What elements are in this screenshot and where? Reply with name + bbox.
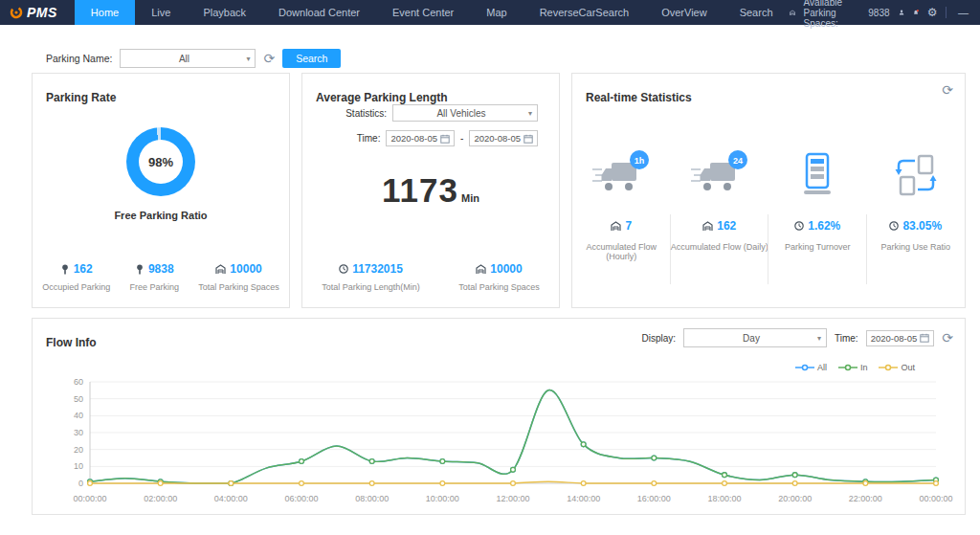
alarm-icon[interactable] [913, 7, 919, 18]
date-separator: - [460, 133, 463, 144]
parking-name-select[interactable]: All ▾ [120, 49, 256, 68]
rt-value-text: 162 [717, 219, 736, 233]
clock-icon [794, 221, 804, 231]
gear-icon[interactable]: ⚙ [927, 7, 938, 18]
svg-text:30: 30 [74, 428, 83, 437]
free-parking-ratio-label: Free Parking Ratio [33, 210, 289, 221]
stat-label-text: Free Parking [129, 282, 179, 292]
user-icon[interactable] [899, 7, 904, 18]
nav-item-event-center[interactable]: Event Center [376, 0, 470, 25]
parking-rate-donut: 98% [126, 127, 195, 196]
stat-label-text: Total Parking Length(Min) [322, 282, 420, 292]
svg-text:16:00:00: 16:00:00 [637, 494, 671, 503]
date-from-value: 2020-08-05 [390, 133, 437, 144]
statistics-value: All Vehicles [401, 108, 522, 119]
svg-text:20:00:00: 20:00:00 [778, 494, 812, 503]
cycle-arrows-icon [893, 152, 939, 198]
legend-item-all[interactable]: All [795, 363, 827, 372]
nav-item-overview[interactable]: OverView [645, 0, 723, 25]
flow-refresh-icon[interactable]: ⟳ [942, 331, 953, 345]
meter-icon [60, 264, 70, 275]
avg-parking-stats: 11732015 Total Parking Length(Min) 10000… [302, 262, 559, 292]
stat-value-text: 10000 [490, 262, 522, 276]
date-from-input[interactable]: 2020-08-05 [386, 130, 455, 146]
main-nav: Home Live Playback Download Center Event… [75, 0, 790, 25]
nav-item-reverse-car-search[interactable]: ReverseCarSearch [523, 0, 646, 25]
top-navigation-bar: PMS Home Live Playback Download Center E… [0, 0, 980, 25]
display-value: Day [692, 333, 811, 344]
flow-time-label: Time: [835, 333, 858, 344]
svg-text:24: 24 [733, 156, 743, 166]
parking-rate-stats: 162 Occupied Parking 9838 Free Parking 1… [33, 262, 289, 292]
svg-text:40: 40 [74, 411, 83, 420]
stat-value-text: 162 [74, 262, 93, 276]
parking-name-value: All [128, 54, 239, 64]
calendar-icon [920, 333, 929, 343]
legend-marker-all-icon [795, 364, 814, 371]
garage-icon [790, 8, 795, 18]
stat-label-text: Occupied Parking [42, 282, 110, 292]
rt-label-text: Parking Use Ratio [867, 242, 966, 252]
search-button[interactable]: Search [282, 49, 341, 68]
rt-value-text: 7 [625, 219, 632, 233]
rt-value-text: 1.62% [808, 219, 840, 233]
svg-text:1h: 1h [635, 156, 645, 166]
garage-icon [702, 221, 713, 232]
average-parking-length-panel: Average Parking Length Statistics: All V… [301, 73, 560, 308]
nav-item-home[interactable]: Home [75, 0, 135, 25]
svg-text:22:00:00: 22:00:00 [849, 494, 882, 503]
parking-rate-percent: 98% [139, 140, 183, 184]
realtime-title: Real-time Statistics [586, 91, 692, 104]
legend-item-in[interactable]: In [838, 363, 868, 372]
statistics-select[interactable]: All Vehicles ▾ [392, 104, 538, 122]
display-select[interactable]: Day ▾ [683, 328, 827, 347]
flow-date-input[interactable]: 2020-08-05 [866, 330, 935, 346]
stat-total-spaces: 10000 Total Parking Spaces [198, 262, 279, 292]
pms-logo-icon [10, 6, 23, 19]
legend-label: All [817, 363, 827, 372]
filter-refresh-icon[interactable]: ⟳ [263, 52, 275, 65]
big-number-unit: Min [461, 192, 479, 204]
garage-icon [476, 264, 486, 275]
realtime-col-turnover: 1.62% Parking Turnover [768, 112, 867, 298]
svg-text:14:00:00: 14:00:00 [567, 494, 600, 503]
clock-icon [339, 264, 348, 274]
realtime-col-use-ratio: 83.05% Parking Use Ratio [867, 112, 966, 298]
chevron-down-icon: ▾ [817, 334, 821, 343]
stat-free-parking: 9838 Free Parking [129, 262, 179, 292]
meter-icon [135, 264, 145, 275]
stat-label-text: Total Parking Spaces [458, 282, 540, 292]
rt-label-text: Accumulated Flow (Hourly) [572, 242, 671, 261]
stat-total-length: 11732015 Total Parking Length(Min) [322, 262, 420, 292]
available-spaces-label: Available Parking Spaces: [804, 0, 860, 29]
minimize-button[interactable]: — [955, 7, 971, 18]
realtime-refresh-icon[interactable]: ⟳ [942, 83, 953, 97]
flow-info-panel: Flow Info Display: Day ▾ Time: 2020-08-0… [32, 318, 966, 515]
truck-daily-icon: 24 [689, 148, 750, 198]
legend-item-out[interactable]: Out [879, 363, 915, 372]
svg-text:00:00:00: 00:00:00 [919, 494, 952, 503]
available-spaces-value: 9838 [868, 8, 889, 18]
realtime-statistics-panel: Real-time Statistics ⟳ 1h 7 [571, 73, 966, 308]
svg-text:18:00:00: 18:00:00 [707, 494, 741, 503]
legend-marker-out-icon [879, 364, 898, 371]
garage-icon [215, 264, 226, 275]
nav-item-download-center[interactable]: Download Center [262, 0, 376, 25]
svg-text:60: 60 [74, 377, 83, 387]
svg-text:04:00:00: 04:00:00 [214, 494, 248, 503]
topbar-right-cluster: Available Parking Spaces: 9838 ⚙ — ✕ [790, 0, 980, 29]
stat-value-text: 10000 [230, 262, 261, 276]
date-to-input[interactable]: 2020-08-05 [469, 130, 538, 146]
nav-item-playback[interactable]: Playback [187, 0, 262, 25]
statistics-label: Statistics: [345, 108, 387, 119]
nav-item-search[interactable]: Search [724, 0, 790, 25]
nav-item-map[interactable]: Map [470, 0, 523, 25]
truck-hourly-icon: 1h [590, 148, 652, 198]
nav-item-live[interactable]: Live [135, 0, 187, 25]
svg-text:06:00:00: 06:00:00 [284, 494, 318, 503]
filter-bar: Parking Name: All ▾ ⟳ Search [46, 48, 341, 69]
rt-label-text: Parking Turnover [768, 242, 867, 252]
svg-text:00:00:00: 00:00:00 [73, 494, 106, 503]
stat-total-spaces: 10000 Total Parking Spaces [458, 262, 540, 292]
stat-occupied-parking: 162 Occupied Parking [42, 262, 110, 292]
